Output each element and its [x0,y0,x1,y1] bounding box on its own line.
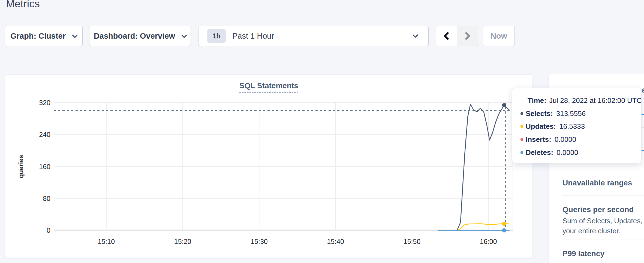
sql-statements-chart-card: 08016024032015:1015:2015:3015:4015:5016:… [5,74,533,258]
svg-text:160: 160 [39,163,50,170]
previous-time-window-button[interactable] [436,26,457,46]
time-nav-group [436,26,478,46]
chevron-right-icon [462,32,470,40]
svg-text:15:40: 15:40 [327,238,344,245]
svg-text:320: 320 [39,99,50,106]
svg-text:240: 240 [39,131,50,138]
graph-scope-dropdown[interactable]: Graph: Cluster [5,26,83,46]
now-button-label: Now [490,32,507,41]
now-button[interactable]: Now [483,26,515,46]
page-title: Metrics [6,0,40,10]
divider [562,195,644,196]
tooltip-time-value: Jul 28, 2022 at 16:02:00 UTC [549,96,642,105]
tooltip-row-label: Selects: [526,109,553,118]
summary-item-p99-latency: P99 latency [562,249,604,258]
svg-text:15:20: 15:20 [174,238,191,245]
svg-text:80: 80 [43,195,50,202]
chart-hover-tooltip: Time: Jul 28, 2022 at 16:02:00 UTC Selec… [512,88,642,163]
tooltip-row-value: 0.0000 [556,148,578,157]
selects-legend-swatch-icon [520,112,523,115]
summary-item-description-line: your entire cluster. [562,227,620,235]
svg-text:15:10: 15:10 [98,238,115,245]
chevron-down-icon [72,32,78,38]
dashboard-dropdown-label: Dashboard: Overview [94,32,175,41]
summary-item-queries-per-second: Queries per second [562,205,634,214]
chevron-left-icon [443,32,452,40]
svg-text:0: 0 [47,227,50,234]
svg-text:15:50: 15:50 [404,238,421,245]
next-time-window-button[interactable] [457,26,478,46]
divider [562,240,644,240]
chevron-down-icon [181,32,187,38]
summary-item-unavailable-ranges: Unavailable ranges [562,179,632,187]
sql-statements-chart-plot[interactable]: 08016024032015:1015:2015:3015:4015:5016:… [5,75,532,258]
time-range-label: Past 1 Hour [232,32,274,41]
clipped-heading-fragment: a [642,86,644,94]
inserts-legend-swatch-icon [520,138,523,141]
divider [562,171,644,171]
tooltip-row-value: 0.0000 [555,135,576,144]
tooltip-time-label: Time: [528,96,546,105]
updates-legend-swatch-icon [520,125,523,128]
time-range-badge: 1h [207,29,226,43]
tooltip-row-value: 313.5556 [556,109,586,118]
tooltip-row-label: Deletes: [526,148,553,157]
summary-item-description-line: Sum of Selects, Updates, Inser [562,217,644,225]
time-range-selector[interactable]: 1h Past 1 Hour [198,26,429,46]
deletes-legend-swatch-icon [520,151,523,154]
dashboard-dropdown[interactable]: Dashboard: Overview [89,26,191,46]
tooltip-row-label: Updates: [526,122,556,131]
svg-text:16:00: 16:00 [480,238,497,245]
graph-scope-dropdown-label: Graph: Cluster [10,32,66,41]
chevron-down-icon [413,32,418,38]
tooltip-row-value: 16.5333 [559,122,585,131]
svg-text:queries: queries [17,155,25,178]
chart-title[interactable]: SQL Statements [239,81,298,93]
tooltip-row-label: Inserts: [526,135,551,144]
svg-text:15:30: 15:30 [251,238,268,245]
